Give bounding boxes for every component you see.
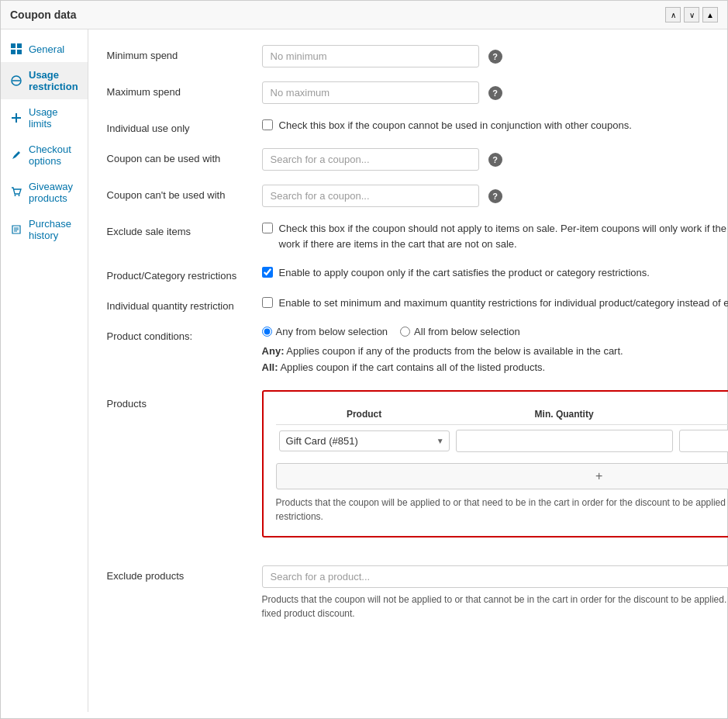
product-conditions-note: Any: Applies coupon if any of the produc… — [262, 344, 728, 376]
product-category-restrictions-checkbox-row: Enable to apply coupon only if the cart … — [262, 265, 728, 281]
individual-use-checkbox[interactable] — [262, 119, 273, 130]
sidebar: General Usage restriction Usage lim — [1, 29, 88, 712]
svg-rect-3 — [17, 50, 22, 54]
expand-button[interactable]: ▲ — [702, 7, 718, 22]
minimum-spend-field-group: ? — [262, 45, 728, 67]
svg-point-8 — [15, 195, 16, 196]
coupon-data-window: Coupon data ∧ ∨ ▲ General — [0, 0, 728, 719]
products-table: Product Min. Quantity Max. Quantity — [276, 404, 728, 457]
product-conditions-radio-group: Any from below selection All from below … — [262, 326, 728, 337]
individual-qty-restriction-checkbox-row: Enable to set minimum and maximum quanti… — [262, 296, 728, 311]
coupon-cant-be-used-control: ? — [262, 185, 728, 207]
sidebar-item-usage-restriction[interactable]: Usage restriction — [1, 62, 88, 99]
maximum-spend-input[interactable] — [262, 81, 479, 104]
product-conditions-label: Product conditions: — [107, 326, 262, 342]
radio-any-label: Any from below selection — [276, 326, 388, 337]
radio-any-option[interactable]: Any from below selection — [262, 326, 388, 337]
max-qty-cell: ∞ — [676, 424, 728, 457]
table-row: Gift Card (#851) ▼ — [276, 424, 728, 457]
product-category-restrictions-control: Enable to apply coupon only if the cart … — [262, 265, 728, 281]
window-title: Coupon data — [10, 9, 77, 21]
individual-use-label: Individual use only — [107, 118, 262, 134]
exclude-sale-items-label: Exclude sale items — [107, 221, 262, 237]
products-form-row: Products Product Min. Quantity Max. Quan… — [107, 390, 728, 551]
svg-point-9 — [19, 195, 20, 196]
sidebar-item-purchase-history[interactable]: Purchase history — [1, 211, 88, 248]
minimum-spend-help-icon[interactable]: ? — [488, 50, 502, 64]
coupon-can-be-used-label: Coupon can be used with — [107, 148, 262, 164]
product-conditions-row: Product conditions: Any from below selec… — [107, 326, 728, 376]
coupon-cant-be-used-row: Coupon can't be used with ? — [107, 185, 728, 207]
max-qty-input[interactable]: ∞ — [679, 430, 728, 452]
maximum-spend-label: Maximum spend — [107, 81, 262, 98]
coupon-cant-be-used-field-group: ? — [262, 185, 728, 207]
exclude-sale-items-row: Exclude sale items Check this box if the… — [107, 221, 728, 251]
coupon-can-be-used-help-icon[interactable]: ? — [488, 153, 502, 167]
radio-all-option[interactable]: All from below selection — [400, 326, 520, 337]
cart-icon — [10, 186, 22, 199]
sidebar-label-purchase-history: Purchase history — [29, 218, 78, 241]
coupon-cant-be-used-label: Coupon can't be used with — [107, 185, 262, 201]
exclude-products-control: Products that the coupon will not be app… — [262, 565, 728, 620]
coupon-cant-be-used-help-icon[interactable]: ? — [488, 189, 502, 203]
exclude-products-label: Exclude products — [107, 565, 262, 582]
coupon-cant-be-used-input[interactable] — [262, 185, 479, 207]
product-category-restrictions-label: Product/Category restrictions — [107, 265, 262, 282]
product-cell: Gift Card (#851) ▼ — [276, 424, 453, 457]
products-note: Products that the coupon will be applied… — [276, 496, 728, 524]
maximum-spend-control: ? — [262, 81, 728, 104]
individual-use-checkbox-row: Check this box if the coupon cannot be u… — [262, 118, 728, 133]
sidebar-label-usage-restriction: Usage restriction — [29, 69, 78, 92]
product-select[interactable]: Gift Card (#851) — [280, 431, 449, 451]
products-col-product: Product — [276, 404, 453, 425]
sidebar-label-general: General — [29, 43, 64, 55]
products-control: Product Min. Quantity Max. Quantity — [262, 390, 728, 551]
block-icon — [10, 74, 22, 87]
min-qty-cell — [453, 424, 676, 457]
sidebar-label-giveaway-products: Giveaway products — [29, 181, 78, 204]
minimum-spend-row: Minimum spend ? — [107, 45, 728, 67]
plus-icon — [10, 112, 22, 124]
maximum-spend-field-group: ? — [262, 81, 728, 104]
individual-qty-restriction-control: Enable to set minimum and maximum quanti… — [262, 296, 728, 311]
coupon-can-be-used-field-group: ? — [262, 148, 728, 171]
grid-icon — [10, 43, 22, 55]
products-label: Products — [107, 390, 262, 410]
min-qty-input[interactable] — [456, 430, 673, 452]
sidebar-item-giveaway-products[interactable]: Giveaway products — [1, 174, 88, 211]
maximum-spend-help-icon[interactable]: ? — [488, 86, 502, 100]
coupon-can-be-used-input[interactable] — [262, 148, 479, 171]
radio-any-input[interactable] — [262, 327, 272, 337]
sidebar-item-checkout-options[interactable]: Checkout options — [1, 137, 88, 174]
exclude-sale-items-checkbox-label: Check this box if the coupon should not … — [279, 221, 728, 251]
maximum-spend-row: Maximum spend ? — [107, 81, 728, 104]
individual-use-control: Check this box if the coupon cannot be u… — [262, 118, 728, 133]
minimum-spend-control: ? — [262, 45, 728, 67]
individual-qty-restriction-row: Individual quantity restriction Enable t… — [107, 296, 728, 312]
minimum-spend-input[interactable] — [262, 45, 479, 67]
scroll-down-button[interactable]: ∨ — [684, 7, 699, 22]
products-col-max-qty: Max. Quantity — [676, 404, 728, 425]
exclude-products-input[interactable] — [262, 565, 728, 588]
sidebar-item-general[interactable]: General — [1, 36, 88, 62]
svg-rect-1 — [17, 43, 22, 48]
history-icon — [10, 223, 22, 236]
exclude-products-note: Products that the coupon will not be app… — [262, 593, 728, 620]
exclude-sale-items-checkbox[interactable] — [262, 223, 273, 233]
wrench-icon — [10, 149, 22, 161]
individual-use-row: Individual use only Check this box if th… — [107, 118, 728, 134]
minimum-spend-label: Minimum spend — [107, 45, 262, 61]
condition-note-any: Any: Applies coupon if any of the produc… — [262, 345, 623, 357]
product-category-restrictions-checkbox[interactable] — [262, 267, 273, 278]
title-bar: Coupon data ∧ ∨ ▲ — [1, 1, 727, 29]
exclude-sale-items-control: Check this box if the coupon should not … — [262, 221, 728, 251]
scroll-up-button[interactable]: ∧ — [665, 7, 681, 22]
radio-all-input[interactable] — [400, 327, 410, 337]
add-product-row-button[interactable]: + — [276, 463, 728, 489]
main-layout: General Usage restriction Usage lim — [1, 29, 727, 712]
products-section: Product Min. Quantity Max. Quantity — [262, 390, 728, 538]
individual-qty-restriction-checkbox-label: Enable to set minimum and maximum quanti… — [279, 296, 728, 311]
product-select-wrapper: Gift Card (#851) ▼ — [279, 430, 450, 451]
sidebar-item-usage-limits[interactable]: Usage limits — [1, 99, 88, 137]
individual-qty-restriction-checkbox[interactable] — [262, 297, 273, 308]
